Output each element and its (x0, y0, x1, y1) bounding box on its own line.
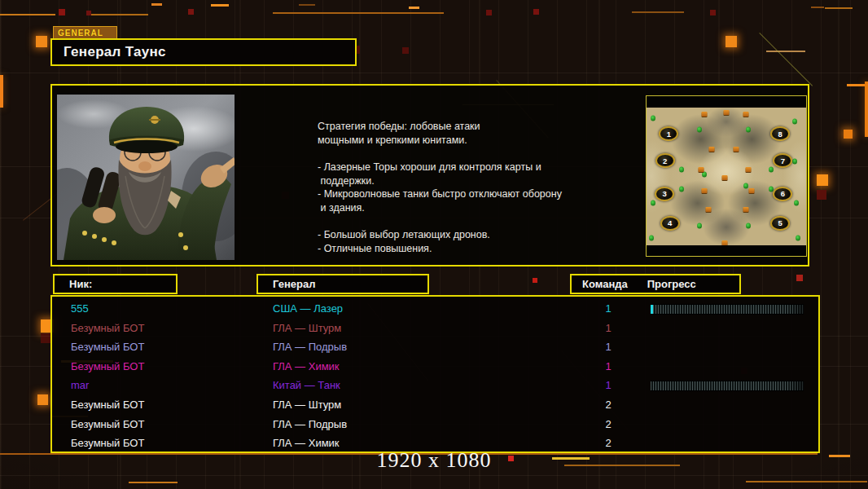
deco-square-icon (726, 36, 737, 47)
column-header-nick: Ник: (53, 274, 178, 294)
deco-line (811, 7, 824, 8)
deco-line (151, 3, 162, 6)
supply-icon (701, 112, 707, 117)
tree-icon (796, 236, 800, 241)
minimap: 12345678 (646, 95, 807, 257)
deco-line (299, 4, 315, 6)
player-general: ГЛА — Подрыв (273, 341, 541, 353)
deco-line (746, 481, 867, 482)
player-row: Безумный БОТГЛА — Подрыв1 (52, 338, 818, 358)
deco-line (211, 4, 229, 7)
column-header-team-progress: Команда Прогресс (570, 274, 741, 294)
tree-icon (743, 183, 748, 188)
tree-icon (651, 116, 655, 121)
player-row: Безумный БОТГЛА — Штурм1 (52, 319, 818, 339)
tree-icon (697, 127, 702, 133)
strategy-text: Стратегия победы: лобовые атаки мощными … (318, 120, 590, 255)
loading-progress-bar (651, 304, 804, 315)
player-nick: mar (71, 379, 258, 391)
players-table-rows: 555США — Лазер1Безумный БОТГЛА — Штурм1Б… (52, 297, 818, 454)
tree-icon (651, 200, 655, 206)
deco-square-icon (36, 36, 47, 47)
general-tab-label: GENERAL (58, 29, 103, 37)
general-tab: GENERAL (53, 26, 117, 39)
player-team: 1 (568, 341, 649, 353)
minimap-letterbox-top (647, 96, 806, 108)
deco-line (564, 465, 680, 466)
tree-icon (746, 222, 751, 228)
grid-line (0, 475, 868, 476)
deco-line (766, 51, 805, 52)
player-nick: Безумный БОТ (71, 418, 258, 430)
supply-icon (743, 207, 748, 212)
supply-icon (733, 147, 739, 152)
player-row: Безумный БОТГЛА — Подрыв2 (52, 416, 818, 435)
players-table: 555США — Лазер1Безумный БОТГЛА — Штурм1Б… (50, 295, 820, 453)
deco-line (552, 457, 590, 460)
tree-icon (792, 119, 797, 125)
player-team: 1 (568, 360, 649, 372)
player-general: США — Лазер (273, 302, 541, 315)
supply-icon (709, 147, 715, 152)
deco-red-square-icon (817, 190, 826, 200)
deco-diagonal-line (759, 33, 813, 86)
player-team: 2 (568, 399, 649, 411)
deco-line (273, 12, 444, 14)
deco-edge-bar (865, 82, 868, 137)
supply-icon (698, 167, 704, 172)
supply-icon (706, 207, 712, 212)
deco-square-icon (817, 174, 828, 186)
general-header-label: Генерал (273, 278, 315, 290)
player-nick: Безумный БОТ (71, 437, 258, 449)
general-portrait (57, 95, 235, 260)
player-nick: 555 (71, 302, 258, 315)
tree-icon (794, 200, 799, 206)
supply-icon (701, 188, 707, 193)
general-name: Генерал Таунс (52, 40, 355, 64)
player-row: Безумный БОТГЛА — Штурм2 (52, 396, 818, 416)
nick-header-label: Ник: (69, 278, 92, 290)
general-portrait-image (57, 95, 235, 260)
deco-line (0, 14, 55, 15)
player-team: 1 (568, 302, 649, 315)
tree-icon (697, 222, 702, 228)
tree-icon (792, 159, 797, 165)
tree-icon (746, 127, 751, 133)
player-team: 1 (568, 322, 649, 334)
deco-square-icon (37, 394, 48, 405)
grid-line (0, 73, 868, 73)
start-position-marker: 2 (655, 153, 675, 168)
player-general: ГЛА — Химик (273, 437, 541, 449)
loading-progress-bar (651, 381, 804, 391)
player-general: ГЛА — Штурм (273, 322, 541, 334)
player-general: ГЛА — Штурм (273, 399, 541, 411)
supply-icon (722, 175, 728, 180)
general-name-box: Генерал Таунс (50, 38, 357, 66)
deco-line (409, 7, 419, 9)
deco-edge-bar (0, 75, 3, 108)
deco-red-square-icon (402, 47, 409, 54)
start-position-marker: 5 (770, 216, 790, 231)
deco-red-square-icon (533, 9, 539, 15)
supply-icon (724, 110, 730, 115)
deco-square-icon (844, 130, 853, 139)
player-row: marКитай — Танк1 (52, 377, 818, 396)
tree-icon (769, 167, 774, 173)
player-nick: Безумный БОТ (71, 322, 258, 334)
deco-red-square-icon (486, 10, 492, 15)
deco-red-square-icon (59, 9, 65, 15)
player-row: 555США — Лазер1 (52, 300, 818, 319)
start-position-marker: 3 (655, 187, 674, 201)
player-general: ГЛА — Химик (273, 360, 541, 372)
deco-line (829, 455, 850, 457)
resolution-label: 1920 x 1080 (312, 448, 556, 473)
deco-red-square-icon (41, 333, 50, 343)
minimap-letterbox-bottom (647, 245, 806, 256)
deco-line (632, 11, 684, 13)
supply-icon (749, 188, 755, 193)
supply-icon (743, 112, 748, 117)
player-general: ГЛА — Подрыв (273, 418, 541, 430)
deco-red-square-icon (796, 275, 803, 281)
tree-icon (649, 236, 654, 241)
deco-red-square-icon (710, 10, 716, 15)
